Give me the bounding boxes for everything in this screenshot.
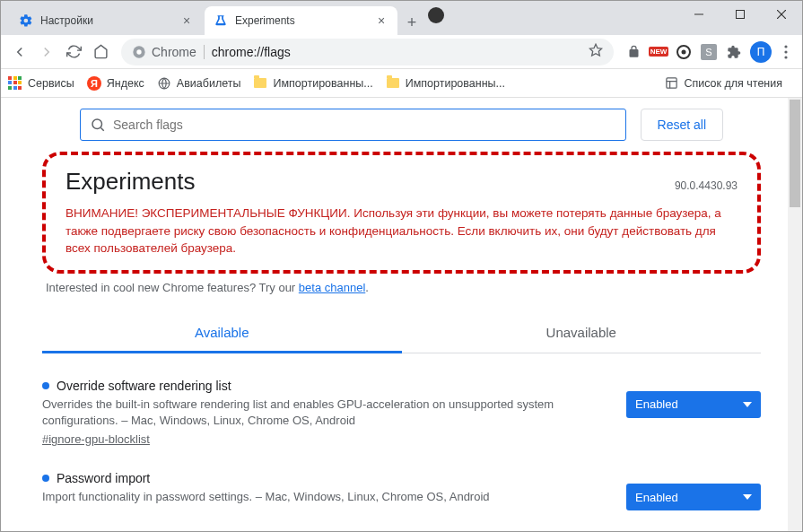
svg-rect-1 — [737, 11, 745, 19]
warning-text: ВНИМАНИЕ! ЭКСПЕРИМЕНТАЛЬНЫЕ ФУНКЦИИ. Исп… — [65, 205, 738, 257]
tab-title: Настройки — [40, 14, 179, 27]
svg-point-11 — [784, 56, 787, 58]
close-window-button[interactable] — [761, 1, 802, 28]
reading-list-icon — [664, 76, 678, 91]
browser-toolbar: Chrome chrome://flags NEW S П — [1, 35, 802, 69]
flask-icon — [214, 13, 228, 28]
reading-list-button[interactable]: Список для чтения — [664, 76, 782, 91]
svg-point-18 — [92, 119, 102, 129]
browser-tab-settings[interactable]: Настройки × — [10, 6, 203, 35]
tab-title: Experiments — [235, 14, 374, 27]
chevron-down-icon — [743, 400, 752, 409]
url-text: chrome://flags — [212, 45, 291, 59]
tab-available[interactable]: Available — [42, 314, 402, 353]
svg-point-10 — [784, 50, 787, 53]
flag-row: Password import Import functionality in … — [42, 471, 761, 510]
search-flags-field[interactable] — [80, 109, 626, 141]
svg-point-9 — [784, 45, 787, 48]
menu-button[interactable] — [775, 45, 797, 59]
flags-page: Reset all Experiments 90.0.4430.93 ВНИМА… — [1, 98, 802, 510]
flag-description: Import functionality in password setting… — [42, 489, 608, 505]
chrome-icon — [132, 45, 146, 59]
globe-icon — [157, 76, 171, 91]
svg-point-5 — [136, 49, 141, 54]
annotation-highlight: Experiments 90.0.4430.93 ВНИМАНИЕ! ЭКСПЕ… — [42, 152, 761, 274]
window-titlebar: Настройки × Experiments × + — [1, 1, 802, 35]
reload-button[interactable] — [60, 39, 87, 65]
site-identity: Chrome — [152, 45, 205, 59]
home-button[interactable] — [87, 39, 114, 65]
beta-channel-line: Interested in cool new Chrome features? … — [42, 281, 761, 294]
scrollbar[interactable] — [788, 98, 802, 531]
bookmark-folder[interactable]: Импортированны... — [386, 76, 505, 91]
close-icon[interactable]: × — [179, 13, 194, 28]
extension-icon[interactable] — [673, 41, 694, 63]
chevron-down-icon — [743, 493, 752, 501]
browser-tab-experiments[interactable]: Experiments × — [205, 6, 397, 35]
extension-icon[interactable]: S — [698, 41, 720, 63]
yandex-icon: Я — [87, 76, 101, 91]
search-icon — [90, 117, 106, 133]
svg-rect-15 — [667, 78, 676, 88]
search-input[interactable] — [113, 118, 616, 132]
gear-icon — [19, 13, 33, 28]
back-button[interactable] — [6, 39, 33, 65]
new-badge-icon[interactable]: NEW — [648, 41, 669, 63]
bookmark-folder[interactable]: Импортированны... — [253, 76, 372, 91]
svg-text:Я: Я — [91, 78, 98, 89]
flags-tabs: Available Unavailable — [42, 314, 761, 353]
media-indicator-icon[interactable] — [428, 7, 444, 23]
extensions-puzzle-icon[interactable] — [723, 41, 745, 63]
modified-dot-icon — [42, 475, 49, 482]
flag-state-select[interactable]: Enabled — [626, 391, 761, 418]
flag-name: Password import — [42, 471, 608, 485]
svg-point-8 — [682, 49, 686, 54]
modified-dot-icon — [42, 382, 49, 389]
beta-channel-link[interactable]: beta channel — [299, 281, 365, 294]
bookmark-apps[interactable]: Сервисы — [8, 76, 74, 91]
reset-all-button[interactable]: Reset all — [641, 109, 723, 141]
version-label: 90.0.4430.93 — [675, 179, 738, 192]
svg-line-19 — [100, 127, 103, 130]
maximize-button[interactable] — [720, 1, 761, 28]
bookmark-aviabilety[interactable]: Авиабилеты — [157, 76, 241, 91]
folder-icon — [253, 76, 267, 91]
bookmarks-bar: Сервисы Я Яндекс Авиабилеты Импортирован… — [1, 69, 802, 98]
lock-icon[interactable] — [623, 41, 644, 63]
window-controls — [678, 1, 802, 28]
flag-row: Override software rendering list Overrid… — [42, 379, 761, 446]
flag-description: Overrides the built-in software renderin… — [42, 397, 608, 429]
new-tab-button[interactable]: + — [399, 10, 424, 35]
apps-grid-icon — [8, 76, 22, 91]
folder-icon — [386, 76, 400, 91]
flag-name: Override software rendering list — [42, 379, 608, 393]
svg-marker-6 — [589, 44, 601, 56]
tab-unavailable[interactable]: Unavailable — [402, 314, 762, 353]
profile-avatar[interactable]: П — [750, 41, 772, 63]
flag-hash-link[interactable]: #ignore-gpu-blocklist — [42, 432, 150, 446]
flag-state-select[interactable]: Enabled — [626, 484, 761, 510]
bookmark-yandex[interactable]: Я Яндекс — [87, 76, 144, 91]
minimize-button[interactable] — [678, 1, 720, 28]
page-viewport: Reset all Experiments 90.0.4430.93 ВНИМА… — [1, 98, 802, 531]
close-icon[interactable]: × — [374, 13, 388, 28]
page-title: Experiments — [65, 168, 196, 196]
address-bar[interactable]: Chrome chrome://flags — [121, 39, 614, 65]
bookmark-star-icon[interactable] — [589, 43, 603, 60]
forward-button[interactable] — [33, 39, 60, 65]
scrollbar-thumb[interactable] — [790, 100, 800, 207]
